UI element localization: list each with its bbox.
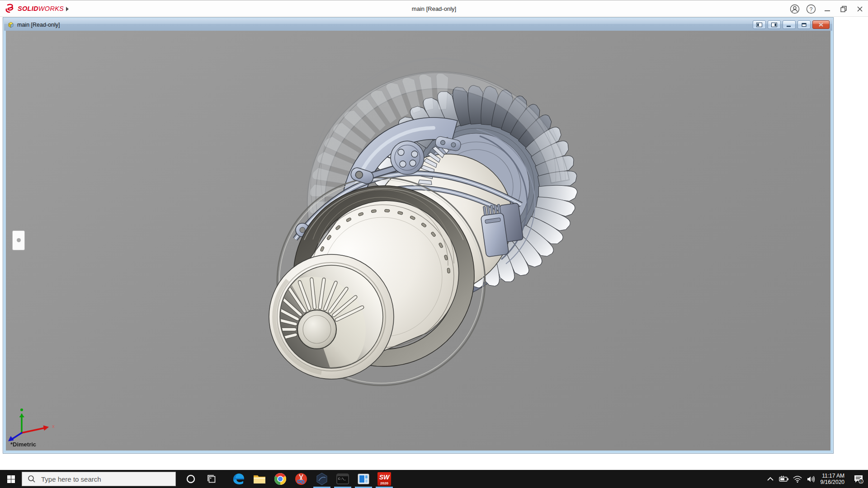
wifi-icon[interactable] [791, 470, 804, 488]
clock-time: 11:17 AM [821, 473, 844, 479]
help-icon[interactable]: ? [803, 0, 819, 17]
doc-split-left-button[interactable] [753, 20, 766, 29]
graphics-viewport[interactable]: x *Dimetric [6, 31, 830, 450]
view-orientation-label: *Dimetric [10, 441, 36, 448]
search-placeholder: Type here to search [41, 475, 101, 483]
panel-tab-dot [17, 238, 21, 242]
doc-split-right-button[interactable] [768, 20, 781, 29]
doc-close-button[interactable] [812, 20, 830, 29]
solidworks-taskbar-icon[interactable]: SW2020 [374, 470, 395, 488]
account-icon[interactable] [787, 0, 803, 17]
minimize-button[interactable] [819, 0, 835, 17]
search-input[interactable]: Type here to search [22, 472, 176, 486]
edge-icon[interactable] [228, 470, 249, 488]
restore-button[interactable] [835, 0, 852, 17]
cortana-button[interactable] [180, 470, 201, 488]
command-prompt-icon[interactable]: C:\_ [332, 470, 353, 488]
search-icon [28, 475, 36, 483]
task-view-button[interactable] [201, 470, 222, 488]
hexagon-app-icon[interactable] [311, 470, 332, 488]
close-button[interactable] [852, 0, 868, 17]
app-window-title: main [Read-only] [0, 0, 868, 17]
assembly-icon [7, 21, 14, 28]
collapsed-panel-tab[interactable] [12, 230, 25, 250]
speaker-icon[interactable] [804, 470, 818, 488]
photos-app-icon[interactable] [353, 470, 374, 488]
document-title-bar[interactable]: main [Read-only] [4, 19, 832, 31]
svg-text:1: 1 [860, 479, 862, 483]
tray-clock[interactable]: 11:17 AM 9/16/2020 [821, 473, 844, 485]
orientation-triad: x [9, 408, 55, 441]
document-title: main [Read-only] [17, 22, 60, 28]
screen: SOLIDWORKS main [Read-only] ? [0, 0, 868, 488]
3d-model-jet-engine[interactable]: x [6, 31, 830, 450]
doc-restore-button[interactable] [797, 20, 811, 29]
svg-text:?: ? [810, 6, 813, 12]
exhaust-nozzle [265, 254, 394, 380]
tray-chevron-icon[interactable] [764, 470, 777, 488]
start-button[interactable] [0, 470, 22, 488]
notification-center-button[interactable]: 1 [849, 470, 868, 488]
app-title-bar: SOLIDWORKS main [Read-only] ? [0, 0, 868, 17]
axis-x-label: x [52, 423, 55, 429]
document-window: main [Read-only] [3, 17, 834, 454]
clock-date: 9/16/2020 [821, 479, 844, 485]
taskbar: Type here to search [0, 470, 868, 488]
doc-minimize-button[interactable] [783, 20, 796, 29]
battery-icon[interactable] [777, 470, 791, 488]
snip-tool-icon[interactable] [291, 470, 311, 488]
chrome-icon[interactable] [270, 470, 291, 488]
file-explorer-icon[interactable] [249, 470, 270, 488]
svg-text:C:\_: C:\_ [338, 477, 346, 481]
